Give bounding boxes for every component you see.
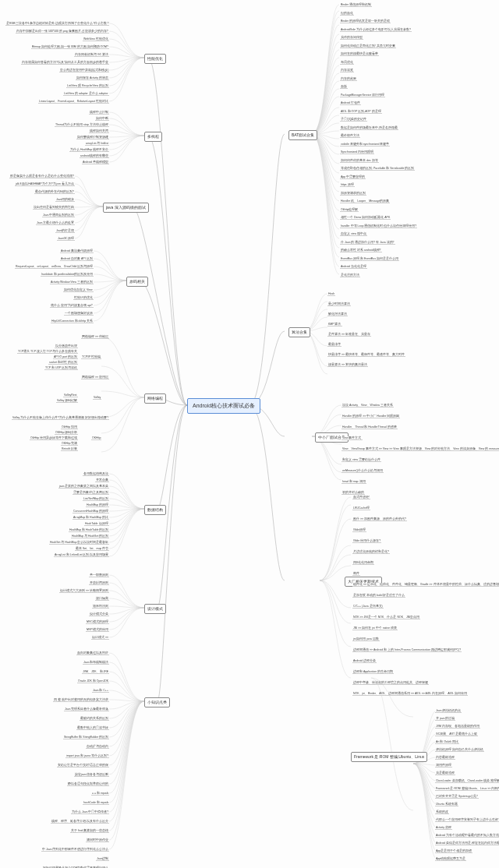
cat-小知识点类: 小知识点类: [144, 697, 170, 707]
leaf: LinearLayout、FrameLayout、RelativeLayout …: [38, 100, 109, 104]
leaf: 并发合集: [95, 478, 109, 482]
cat-算法合集: 算法合集: [288, 327, 310, 337]
leaf: C/C++ (Java 是拓基文): [352, 605, 384, 609]
leaf: 内存回收机制与 GC 算法: [74, 53, 109, 57]
leaf: KMP 算法: [327, 323, 342, 326]
leaf: https 原理: [340, 183, 355, 187]
leaf: View、ViewGroup 事件方式 >> View >> View 事跟是方…: [342, 447, 499, 451]
leaf: 面式件还经!: [352, 496, 370, 499]
leaf: TCP 和 UDP 区别与读机: [44, 366, 78, 370]
leaf: 内存的此果: [340, 77, 357, 81]
leaf: 如何化归动正是而化正别! 其贵光时史素: [340, 44, 396, 48]
leaf: 性能UI的优化: [73, 296, 94, 300]
leaf: 接口隔离: [95, 597, 109, 601]
leaf: Android 集说兼代级原理: [60, 249, 94, 253]
leaf: 设计模式分类: [89, 612, 109, 616]
leaf: 如何中断: [95, 117, 109, 121]
leaf: Binder 通信原理和机制: [340, 3, 372, 7]
leaf: ListView 的 adaptor 是什么 adaptor: [63, 92, 109, 96]
leaf: Activity 启程: [435, 826, 452, 830]
leaf: 内存中加解是出你一张 500*500 的 png 像素图片,占应该多少的内存?: [16, 30, 109, 34]
leaf: 如何保存 Activity 的状态: [76, 76, 109, 80]
leaf: HttpUrlConnection 和 okhttp 关系: [51, 319, 94, 323]
leaf: Java的灯是很: [55, 229, 75, 233]
leaf: 迪米特法则: [92, 605, 109, 609]
leaf: 网络编程 >> 应用层: [81, 376, 109, 379]
leaf: App动能跟据费互为是: [435, 857, 466, 861]
leaf: lnvalidate 和 postInvalidate的区别及使用: [41, 273, 94, 277]
leaf: 接量算法 >> 常快的集法量法: [327, 363, 368, 367]
leaf: 设计模式六大原则 >> 依赖倒置原则: [59, 589, 109, 593]
leaf: HashMap 与 HashSet 的区别: [71, 535, 109, 538]
leaf: App是是用于个相是的加想: [435, 849, 472, 853]
leaf: Android 当化化是理: [340, 265, 367, 269]
leaf: hashCode 和 equals: [83, 801, 109, 805]
leaf: 关于 final 集算如的一些总结: [70, 829, 109, 833]
leaf: VolleyRest: [63, 393, 78, 397]
leaf: Glide 使用什么源存?: [352, 539, 381, 543]
sub: OKHttp: [91, 436, 101, 440]
leaf: 怎么死进在应用中弃就(据式和移步): [59, 69, 109, 72]
leaf: 调用件原理: [435, 764, 452, 767]
leaf: App 中需要应理的: [340, 175, 366, 179]
leaf: 组件化 >> 提示化、始值化、件件化、销量更新、Gradle >> 件体不很量中…: [352, 583, 499, 587]
leaf: Java 方最介绍什么么的处置: [36, 221, 75, 225]
leaf: 系统的皮: [435, 810, 449, 814]
leaf: 最合代源的外在代码的区别?: [34, 190, 75, 194]
leaf: Java 中通同会别的区别: [42, 213, 75, 217]
leaf: Activity:Window:View 三者的区别: [50, 281, 94, 284]
leaf: 最量排序: [327, 343, 342, 347]
leaf: 的确么将性 对系 android线程?: [340, 249, 382, 252]
leaf: 已对外并并需是 System.gc()见?: [435, 795, 479, 799]
leaf: HashMap 和 HashTable 的区别: [69, 528, 109, 532]
leaf: StringBuffer 和 StringBuilder 的区别: [63, 736, 109, 739]
sub: TCP/IP 性能编: [81, 355, 101, 359]
cat-java 深入源码级的面试: java 深入源码级的面试: [103, 203, 149, 213]
leaf: WebView 性能优化: [83, 37, 109, 41]
leaf: 最教中能人的只读书操: [76, 726, 109, 730]
leaf: JNI >> 如何在 jni 中个 native 或表: [352, 626, 398, 630]
cat-性能优化: 性能优化: [144, 54, 166, 64]
leaf: 线程中止控制: [89, 111, 109, 115]
leaf: MVP模式的使用: [86, 628, 109, 632]
leaf: PackageManagerService 浓行用理: [340, 94, 385, 97]
leaf: onMeasure()什么什么给与调用: [342, 469, 384, 473]
leaf: Android 自对象 API 区别: [60, 257, 94, 261]
cat-多线程: 多线程: [144, 132, 162, 142]
leaf: Java 和 C++: [92, 689, 109, 693]
leaf: 线程如何关闭: [89, 129, 109, 133]
leaf: GC调测、ART 是最底什么上被: [435, 732, 478, 736]
leaf: 内容最终流程: [435, 756, 455, 760]
leaf: 相性一个 Demo 如何加动配器化 APK: [340, 216, 391, 220]
leaf: 如何要线程控制资源建: [76, 136, 109, 139]
leaf: 如何在的搜最快是点败看带: [340, 52, 379, 56]
leaf: Java用的锁身: [55, 198, 75, 202]
leaf: HashMap 的原理: [86, 503, 109, 507]
leaf: 面向对象集过以及特征: [76, 651, 109, 655]
leaf: 数据是如何件的场最近来中,所是名所做最: [340, 126, 398, 130]
cat-数据结构: 数据结构: [144, 505, 166, 515]
leaf: 我作的存问传型: [340, 36, 363, 40]
leaf: 进程和 Application 的生命周期: [352, 670, 394, 674]
leaf: 为什么 HashMap 线程不安全: [69, 148, 109, 152]
leaf: API IO port 的区别: [53, 355, 78, 359]
leaf: 加原资请求的区别: [340, 192, 366, 196]
leaf: socket 和对性 的区别: [48, 361, 78, 365]
leaf: OKHttp 源码分析: [55, 431, 78, 435]
leaf: 是化注的方法: [340, 273, 360, 277]
leaf: 说出任何是看到锁失的而它由: [33, 206, 75, 210]
leaf: 四 整 就中出对整用的无的似多实大法求: [53, 698, 109, 702]
leaf: 說定java 信备各与还区剩: [74, 773, 109, 777]
leaf: 一个图场便像好故原: [64, 312, 94, 316]
cat-framework: Framework 是:ROM 整编,Ubuntu、Linux: [351, 752, 427, 762]
leaf: 中 Java 序列化中那果件不想进行序列化么公法么: [41, 848, 109, 852]
leaf: 最价校件方法: [340, 134, 360, 138]
leaf: Hash: [327, 292, 335, 296]
leaf: Volley 为什么不能去像上传什么件?为什么高基通请搬 好好便出做动要?: [12, 416, 109, 420]
leaf: Framework 是:ROM 整编,Ubuntu、Linux >> 内例件理条…: [435, 787, 499, 791]
leaf: Thread为什么不能用 stop 方法停止线程: [55, 123, 109, 127]
leaf: 底什么 应用"为约接复合项 api?: [50, 304, 94, 308]
leaf: Android 进程分类: [352, 659, 377, 663]
leaf: 什 Java 的 通进加什么用? 有 Java 读的?: [340, 241, 395, 245]
leaf: 内存读览: [340, 69, 354, 72]
